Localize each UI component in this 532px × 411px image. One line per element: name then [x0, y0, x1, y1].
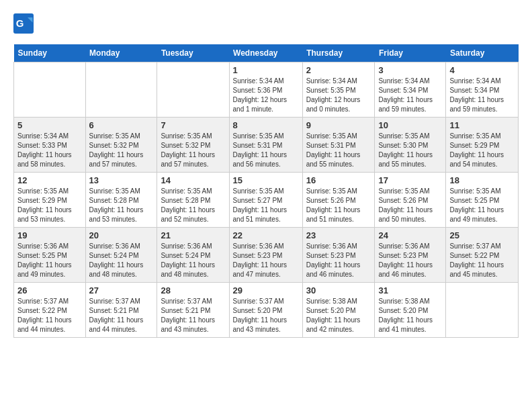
calendar-week-row: 5Sunrise: 5:34 AM Sunset: 5:33 PM Daylig… [14, 118, 519, 173]
day-number: 8 [233, 120, 299, 130]
day-info: Sunrise: 5:34 AM Sunset: 5:34 PM Dayligh… [378, 77, 442, 114]
day-number: 22 [233, 230, 299, 240]
calendar-cell: 27Sunrise: 5:37 AM Sunset: 5:21 PM Dayli… [85, 283, 157, 338]
calendar-week-row: 12Sunrise: 5:35 AM Sunset: 5:29 PM Dayli… [14, 173, 519, 228]
weekday-header-wednesday: Wednesday [229, 44, 302, 62]
day-number: 5 [17, 120, 82, 130]
day-number: 20 [89, 230, 154, 240]
calendar-cell: 7Sunrise: 5:35 AM Sunset: 5:32 PM Daylig… [157, 118, 229, 173]
day-number: 26 [17, 285, 82, 295]
calendar-cell: 23Sunrise: 5:36 AM Sunset: 5:23 PM Dayli… [302, 228, 375, 283]
calendar-cell: 29Sunrise: 5:37 AM Sunset: 5:20 PM Dayli… [229, 283, 302, 338]
day-info: Sunrise: 5:35 AM Sunset: 5:32 PM Dayligh… [89, 132, 154, 169]
calendar-cell: 1Sunrise: 5:34 AM Sunset: 5:36 PM Daylig… [229, 62, 302, 118]
calendar-cell: 22Sunrise: 5:36 AM Sunset: 5:23 PM Dayli… [229, 228, 302, 283]
day-info: Sunrise: 5:36 AM Sunset: 5:24 PM Dayligh… [89, 242, 154, 279]
day-info: Sunrise: 5:38 AM Sunset: 5:20 PM Dayligh… [306, 297, 371, 334]
day-info: Sunrise: 5:37 AM Sunset: 5:21 PM Dayligh… [161, 297, 225, 334]
day-number: 14 [161, 175, 225, 185]
weekday-header-tuesday: Tuesday [157, 44, 229, 62]
day-info: Sunrise: 5:36 AM Sunset: 5:23 PM Dayligh… [306, 242, 371, 279]
calendar-cell: 30Sunrise: 5:38 AM Sunset: 5:20 PM Dayli… [302, 283, 375, 338]
day-info: Sunrise: 5:35 AM Sunset: 5:28 PM Dayligh… [161, 187, 225, 224]
calendar-week-row: 26Sunrise: 5:37 AM Sunset: 5:22 PM Dayli… [14, 283, 519, 338]
day-info: Sunrise: 5:35 AM Sunset: 5:31 PM Dayligh… [233, 132, 299, 169]
day-number: 23 [306, 230, 371, 240]
day-number: 9 [306, 120, 371, 130]
calendar-cell: 13Sunrise: 5:35 AM Sunset: 5:28 PM Dayli… [85, 173, 157, 228]
calendar-cell: 17Sunrise: 5:35 AM Sunset: 5:26 PM Dayli… [375, 173, 446, 228]
weekday-header-saturday: Saturday [446, 44, 519, 62]
calendar-cell: 12Sunrise: 5:35 AM Sunset: 5:29 PM Dayli… [14, 173, 86, 228]
calendar-cell: 16Sunrise: 5:35 AM Sunset: 5:26 PM Dayli… [302, 173, 375, 228]
day-info: Sunrise: 5:34 AM Sunset: 5:34 PM Dayligh… [449, 77, 515, 114]
calendar-cell: 8Sunrise: 5:35 AM Sunset: 5:31 PM Daylig… [229, 118, 302, 173]
day-number: 30 [306, 285, 371, 295]
day-number: 17 [378, 175, 442, 185]
day-info: Sunrise: 5:36 AM Sunset: 5:23 PM Dayligh… [378, 242, 442, 279]
calendar-cell: 21Sunrise: 5:36 AM Sunset: 5:24 PM Dayli… [157, 228, 229, 283]
day-number: 16 [306, 175, 371, 185]
day-number: 19 [17, 230, 82, 240]
day-info: Sunrise: 5:35 AM Sunset: 5:26 PM Dayligh… [306, 187, 371, 224]
day-info: Sunrise: 5:35 AM Sunset: 5:29 PM Dayligh… [17, 187, 82, 224]
day-number: 31 [378, 285, 442, 295]
day-info: Sunrise: 5:36 AM Sunset: 5:24 PM Dayligh… [161, 242, 225, 279]
day-number: 21 [161, 230, 225, 240]
day-number: 2 [306, 65, 371, 75]
day-info: Sunrise: 5:37 AM Sunset: 5:20 PM Dayligh… [233, 297, 299, 334]
day-number: 25 [449, 230, 515, 240]
day-number: 18 [449, 175, 515, 185]
calendar-cell: 18Sunrise: 5:35 AM Sunset: 5:25 PM Dayli… [446, 173, 519, 228]
calendar-cell: 25Sunrise: 5:37 AM Sunset: 5:22 PM Dayli… [446, 228, 519, 283]
day-info: Sunrise: 5:34 AM Sunset: 5:36 PM Dayligh… [233, 77, 299, 114]
calendar-cell: 2Sunrise: 5:34 AM Sunset: 5:35 PM Daylig… [302, 62, 375, 118]
day-info: Sunrise: 5:37 AM Sunset: 5:22 PM Dayligh… [449, 242, 515, 279]
calendar-table: SundayMondayTuesdayWednesdayThursdayFrid… [13, 44, 519, 338]
calendar-cell: 19Sunrise: 5:36 AM Sunset: 5:25 PM Dayli… [14, 228, 86, 283]
weekday-header-sunday: Sunday [14, 44, 86, 62]
day-info: Sunrise: 5:35 AM Sunset: 5:27 PM Dayligh… [233, 187, 299, 224]
day-info: Sunrise: 5:36 AM Sunset: 5:23 PM Dayligh… [233, 242, 299, 279]
calendar-cell: 10Sunrise: 5:35 AM Sunset: 5:30 PM Dayli… [375, 118, 446, 173]
calendar-cell: 14Sunrise: 5:35 AM Sunset: 5:28 PM Dayli… [157, 173, 229, 228]
calendar-cell: 28Sunrise: 5:37 AM Sunset: 5:21 PM Dayli… [157, 283, 229, 338]
day-info: Sunrise: 5:36 AM Sunset: 5:25 PM Dayligh… [17, 242, 82, 279]
calendar-cell: 15Sunrise: 5:35 AM Sunset: 5:27 PM Dayli… [229, 173, 302, 228]
weekday-header-monday: Monday [85, 44, 157, 62]
day-info: Sunrise: 5:34 AM Sunset: 5:33 PM Dayligh… [17, 132, 82, 169]
day-info: Sunrise: 5:37 AM Sunset: 5:21 PM Dayligh… [89, 297, 154, 334]
day-number: 4 [449, 65, 515, 75]
weekday-header-thursday: Thursday [302, 44, 375, 62]
calendar-cell: 6Sunrise: 5:35 AM Sunset: 5:32 PM Daylig… [85, 118, 157, 173]
day-info: Sunrise: 5:35 AM Sunset: 5:31 PM Dayligh… [306, 132, 371, 169]
page-header: G [13, 13, 519, 34]
calendar-week-row: 19Sunrise: 5:36 AM Sunset: 5:25 PM Dayli… [14, 228, 519, 283]
day-number: 29 [233, 285, 299, 295]
day-info: Sunrise: 5:35 AM Sunset: 5:25 PM Dayligh… [449, 187, 515, 224]
day-info: Sunrise: 5:37 AM Sunset: 5:22 PM Dayligh… [17, 297, 82, 334]
calendar-cell: 11Sunrise: 5:35 AM Sunset: 5:29 PM Dayli… [446, 118, 519, 173]
calendar-cell: 31Sunrise: 5:38 AM Sunset: 5:20 PM Dayli… [375, 283, 446, 338]
day-info: Sunrise: 5:35 AM Sunset: 5:29 PM Dayligh… [449, 132, 515, 169]
day-number: 10 [378, 120, 442, 130]
calendar-cell [14, 62, 86, 118]
day-number: 13 [89, 175, 154, 185]
day-info: Sunrise: 5:35 AM Sunset: 5:28 PM Dayligh… [89, 187, 154, 224]
calendar-cell: 5Sunrise: 5:34 AM Sunset: 5:33 PM Daylig… [14, 118, 86, 173]
day-info: Sunrise: 5:34 AM Sunset: 5:35 PM Dayligh… [306, 77, 371, 114]
day-number: 6 [89, 120, 154, 130]
calendar-cell: 9Sunrise: 5:35 AM Sunset: 5:31 PM Daylig… [302, 118, 375, 173]
logo: G [13, 13, 36, 34]
day-number: 28 [161, 285, 225, 295]
calendar-header-row: SundayMondayTuesdayWednesdayThursdayFrid… [14, 44, 519, 62]
day-number: 15 [233, 175, 299, 185]
day-number: 1 [233, 65, 299, 75]
calendar-week-row: 1Sunrise: 5:34 AM Sunset: 5:36 PM Daylig… [14, 62, 519, 118]
calendar-cell: 4Sunrise: 5:34 AM Sunset: 5:34 PM Daylig… [446, 62, 519, 118]
day-info: Sunrise: 5:35 AM Sunset: 5:30 PM Dayligh… [378, 132, 442, 169]
day-number: 11 [449, 120, 515, 130]
day-info: Sunrise: 5:35 AM Sunset: 5:26 PM Dayligh… [378, 187, 442, 224]
calendar-cell: 24Sunrise: 5:36 AM Sunset: 5:23 PM Dayli… [375, 228, 446, 283]
calendar-cell [446, 283, 519, 338]
